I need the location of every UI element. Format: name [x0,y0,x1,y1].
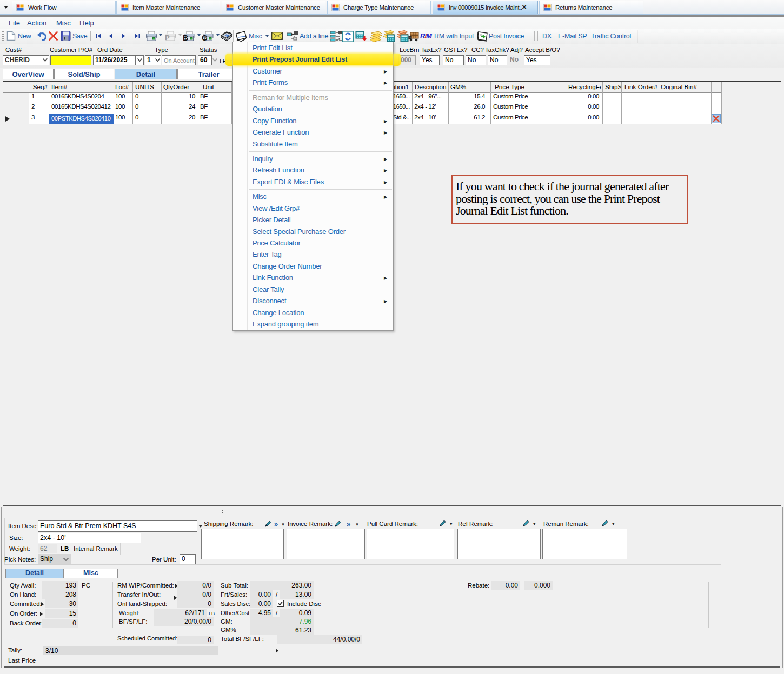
svg-text:G: G [202,34,208,42]
svg-text:P: P [165,34,170,42]
svg-text:B: B [183,34,188,42]
